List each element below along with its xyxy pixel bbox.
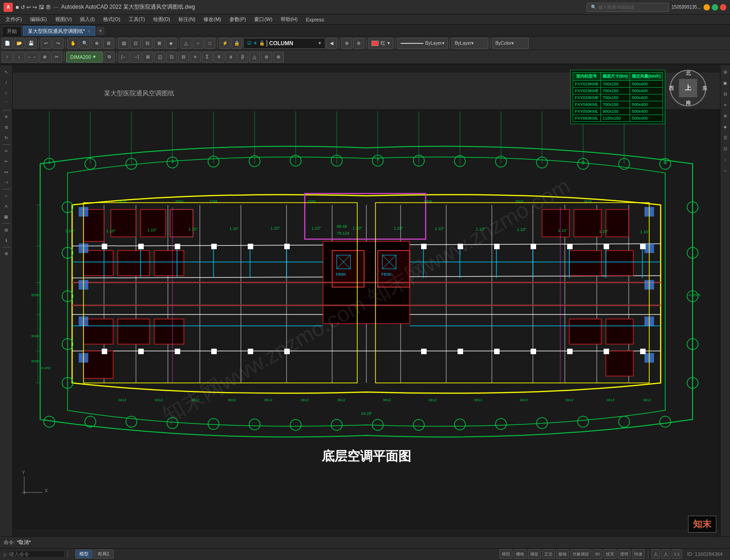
sb-line[interactable]: / xyxy=(1,78,11,88)
tab-start[interactable]: 开始 xyxy=(2,26,22,36)
model-tab-layout[interactable]: 布局1 xyxy=(94,550,114,559)
drawing-area[interactable]: 知末网www.znzmo.com 知末网www.znzmo.com 北 南 东 … xyxy=(13,65,720,536)
tb-zoom[interactable]: 🔍 xyxy=(79,38,90,49)
sb-attrib[interactable]: ℹ xyxy=(1,236,11,246)
menu-express[interactable]: Express xyxy=(302,16,328,23)
sb-text[interactable]: A xyxy=(1,201,11,211)
rs-3[interactable]: ⊟ xyxy=(720,89,730,99)
tb2-1[interactable]: ↑ xyxy=(2,52,13,63)
snap-quick[interactable]: 快速 xyxy=(632,550,645,559)
tb-save[interactable]: 💾 xyxy=(26,38,36,49)
sb-circle[interactable]: ○ xyxy=(1,88,11,98)
tb2-10[interactable]: ◫ xyxy=(154,52,165,63)
layer-state-btn[interactable]: 🔒 xyxy=(231,38,242,49)
tb-12[interactable]: ⊚ xyxy=(353,38,364,49)
menu-edit[interactable]: 编辑(E) xyxy=(26,15,51,24)
tb-7[interactable]: ◈ xyxy=(166,38,177,49)
rs-5[interactable]: ⊕ xyxy=(720,111,730,121)
tb2-15[interactable]: π xyxy=(214,52,224,63)
tb2-19[interactable]: ⊘ xyxy=(261,52,272,63)
rs-1[interactable]: ⊞ xyxy=(720,67,730,77)
menu-window[interactable]: 窗口(W) xyxy=(250,15,276,24)
snap-lw[interactable]: 线宽 xyxy=(604,550,616,559)
sb-copy[interactable]: ⧉ xyxy=(1,122,11,132)
lineweight-dropdown[interactable]: ByLayer ▾ xyxy=(452,38,488,49)
snap-ortho[interactable]: 正交 xyxy=(542,550,555,559)
linetype-dropdown[interactable]: ByLayer ▾ xyxy=(397,38,448,49)
tb-new[interactable]: 📄 xyxy=(2,38,13,49)
menu-help[interactable]: 帮助(H) xyxy=(277,15,301,24)
tb2-8[interactable]: →| xyxy=(130,52,141,63)
sb-hatch[interactable]: ▦ xyxy=(1,212,11,222)
sb-extend[interactable]: ⊢ xyxy=(1,157,11,167)
tb2-18[interactable]: △ xyxy=(249,52,260,63)
tb-4[interactable]: ⊡ xyxy=(130,38,141,49)
tb2-5[interactable]: ✂ xyxy=(51,52,62,63)
tb2-17[interactable]: β xyxy=(237,52,248,63)
tb-zoom-win[interactable]: ⊞ xyxy=(103,38,114,49)
sb-dim[interactable]: ↔ xyxy=(1,191,11,201)
menu-draw[interactable]: 绘图(D) xyxy=(150,15,174,24)
layer-prev-btn[interactable]: ◀ xyxy=(326,38,337,49)
snap-num[interactable]: 1:1 xyxy=(672,550,682,559)
tb2-16[interactable]: α xyxy=(225,52,236,63)
tb-10[interactable]: □ xyxy=(204,38,215,49)
tb-9[interactable]: ○ xyxy=(193,38,203,49)
tab-drawing[interactable]: 某大型医院通风空调图纸* × xyxy=(23,26,95,36)
tb2-7[interactable]: |← xyxy=(119,52,130,63)
tb2-6[interactable]: ⚙ xyxy=(104,52,115,63)
rs-10[interactable]: ↔ xyxy=(720,166,730,176)
tb-zoom-ext[interactable]: ⊕ xyxy=(91,38,102,49)
win-min-btn[interactable] xyxy=(704,4,710,10)
tb2-14[interactable]: Σ xyxy=(202,52,213,63)
tb-6[interactable]: ⊠ xyxy=(154,38,165,49)
rs-8[interactable]: ⊡ xyxy=(720,144,730,154)
rs-9[interactable]: ↕ xyxy=(720,155,730,165)
tb-pan[interactable]: ✋ xyxy=(68,38,78,49)
tb-redo[interactable]: ↪ xyxy=(52,38,63,49)
tb-8[interactable]: △ xyxy=(181,38,192,49)
snap-person2[interactable]: 人 xyxy=(662,550,670,559)
layer-dropdown[interactable]: ☑ ☀ 🔓 COLUMN ▾ xyxy=(243,38,325,49)
tb-3[interactable]: ▤ xyxy=(118,38,129,49)
menu-file[interactable]: 文件(F) xyxy=(2,15,26,24)
rs-4[interactable]: ≡ xyxy=(720,100,730,110)
dima-dropdown[interactable]: DIMA200 ▾ xyxy=(66,52,103,63)
sb-rotate[interactable]: ↻ xyxy=(1,133,11,143)
tb2-2[interactable]: ↓ xyxy=(14,52,25,63)
win-max-btn[interactable] xyxy=(712,4,718,10)
tb2-11[interactable]: ⊡ xyxy=(166,52,177,63)
tb-5[interactable]: ⊟ xyxy=(142,38,153,49)
command-input[interactable] xyxy=(9,551,64,557)
snap-trans[interactable]: 透明 xyxy=(618,550,631,559)
tab-close-btn[interactable]: × xyxy=(88,29,90,34)
tb2-12[interactable]: ⊟ xyxy=(178,52,189,63)
menu-format[interactable]: 格式(O) xyxy=(99,15,124,24)
menu-modify[interactable]: 修改(M) xyxy=(200,15,225,24)
rs-2[interactable]: ▣ xyxy=(720,78,730,88)
tb-open[interactable]: 📂 xyxy=(14,38,25,49)
sb-arc[interactable]: ⌒ xyxy=(1,99,11,109)
menu-param[interactable]: 参数(P) xyxy=(226,15,250,24)
tb2-4[interactable]: ⊕ xyxy=(39,52,50,63)
tb2-13[interactable]: ≡ xyxy=(190,52,201,63)
tab-add-btn[interactable]: + xyxy=(96,27,104,35)
sb-move[interactable]: ✛ xyxy=(1,112,11,122)
color-dropdown[interactable]: 红 ▾ xyxy=(368,38,393,49)
sb-offset[interactable]: ⊶ xyxy=(1,167,11,177)
snap-polar[interactable]: 极轴 xyxy=(556,550,569,559)
snap-grid[interactable]: 栅格 xyxy=(514,550,527,559)
tb-11[interactable]: ⊛ xyxy=(341,38,352,49)
plotstyle-dropdown[interactable]: ByColor ▾ xyxy=(492,38,529,49)
tb2-20[interactable]: ⊛ xyxy=(273,52,284,63)
menu-view[interactable]: 视图(V) xyxy=(52,15,76,24)
snap-osnap[interactable]: 对象捕捉 xyxy=(570,550,591,559)
tb2-9[interactable]: ⊞ xyxy=(142,52,153,63)
rs-7[interactable]: ☰ xyxy=(720,133,730,143)
sb-select[interactable]: ↖ xyxy=(1,67,11,77)
snap-snap[interactable]: 捕捉 xyxy=(528,550,541,559)
sb-block[interactable]: ⊞ xyxy=(1,225,11,235)
menu-dim[interactable]: 标注(N) xyxy=(175,15,199,24)
rs-6[interactable]: ◈ xyxy=(720,122,730,132)
sb-props[interactable]: ⚙ xyxy=(1,249,11,259)
